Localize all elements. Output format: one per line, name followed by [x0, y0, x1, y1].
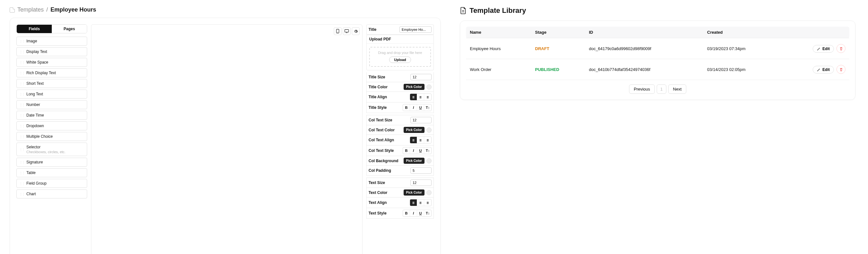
grip-icon: ⋮⋮: [19, 124, 25, 128]
col-text-size-input[interactable]: [410, 117, 432, 123]
text-size-input[interactable]: [410, 180, 432, 186]
cell-stage: PUBLISHED: [531, 59, 585, 80]
field-sidebar: Fields Pages ⋮⋮Image⋮⋮Display Text⋮⋮Whit…: [17, 25, 87, 254]
cell-name: Work Order: [466, 59, 531, 80]
field-signature[interactable]: ⋮⋮Signature: [17, 158, 87, 167]
breadcrumb-current: Employee Hours: [51, 6, 96, 13]
field-rich-display-text[interactable]: ⋮⋮Rich Display Text: [17, 68, 87, 77]
title-color-button[interactable]: Pick Color: [404, 84, 425, 90]
settings-button[interactable]: [352, 27, 360, 35]
field-white-space[interactable]: ⋮⋮White Space: [17, 58, 87, 67]
delete-button[interactable]: [836, 65, 845, 74]
prop-upload-pdf: Upload PDF Drag and drop your file here …: [366, 35, 434, 70]
grip-icon: ⋮⋮: [19, 114, 25, 117]
grip-icon: ⋮⋮: [19, 82, 25, 85]
grip-icon: ⋮⋮: [19, 171, 25, 175]
title-size-input[interactable]: [410, 74, 432, 80]
cell-stage: DRAFT: [531, 38, 585, 59]
title-color-swatch: [427, 84, 432, 89]
text-color-button[interactable]: Pick Color: [404, 189, 425, 195]
table-row: Work OrderPUBLISHEDdoc_6410b774dfaf35424…: [466, 59, 849, 80]
template-builder: Fields Pages ⋮⋮Image⋮⋮Display Text⋮⋮Whit…: [10, 17, 441, 254]
text-style-group[interactable]: BIUT↕: [403, 210, 432, 217]
library-card: NameStageIDCreated Employee HoursDRAFTdo…: [460, 21, 856, 100]
mobile-view-button[interactable]: [334, 27, 342, 35]
grip-icon: ⋮⋮: [19, 135, 25, 138]
grip-icon: ⋮⋮: [19, 93, 25, 96]
cell-id: doc_6410b774dfaf35424974036f: [585, 59, 703, 80]
text-color-swatch: [427, 190, 432, 195]
title-input[interactable]: [399, 26, 432, 33]
field-image[interactable]: ⋮⋮Image: [17, 37, 87, 46]
col-id: ID: [585, 27, 703, 38]
prop-title: Title: [366, 25, 434, 35]
col-name: Name: [466, 27, 531, 38]
edit-button[interactable]: Edit: [813, 45, 834, 53]
edit-button[interactable]: Edit: [813, 66, 834, 74]
field-multiple-choice[interactable]: ⋮⋮Multiple Choice: [17, 132, 87, 141]
desktop-view-button[interactable]: [343, 27, 350, 35]
canvas[interactable]: [91, 25, 363, 254]
grip-icon: ⋮⋮: [19, 61, 25, 64]
sidebar-tabs: Fields Pages: [17, 25, 87, 33]
cell-created: 03/14/2023 02:05pm: [703, 59, 781, 80]
grip-icon: ⋮⋮: [19, 182, 25, 185]
page-number: 1: [657, 84, 666, 94]
col-text-align-group[interactable]: ≡≡≡: [410, 137, 432, 144]
col-text-style-group[interactable]: BIUT↕: [403, 147, 432, 154]
grip-icon: ⋮⋮: [19, 192, 25, 196]
field-selector[interactable]: ⋮⋮SelectorCheckboxes, circles, etc.: [17, 143, 87, 156]
cell-name: Employee Hours: [466, 38, 531, 59]
grip-icon: ⋮⋮: [19, 50, 25, 53]
col-text-color-swatch: [427, 128, 432, 133]
grip-icon: ⋮⋮: [19, 160, 25, 164]
field-chart[interactable]: ⋮⋮Chart: [17, 189, 87, 198]
grip-icon: ⋮⋮: [19, 103, 25, 107]
col-actions: [781, 27, 849, 38]
breadcrumb: Templates / Employee Hours: [10, 6, 441, 13]
upload-dropzone[interactable]: Drag and drop your file here Upload: [369, 47, 431, 67]
field-display-text[interactable]: ⋮⋮Display Text: [17, 47, 87, 56]
document-icon: [10, 7, 15, 12]
col-bg-button[interactable]: Pick Color: [404, 158, 425, 164]
next-button[interactable]: Next: [668, 84, 687, 94]
field-dropdown[interactable]: ⋮⋮Dropdown: [17, 121, 87, 131]
svg-point-1: [337, 32, 338, 33]
breadcrumb-sep: /: [46, 6, 48, 13]
col-created: Created: [703, 27, 781, 38]
tab-pages[interactable]: Pages: [52, 25, 87, 33]
col-bg-swatch: [427, 158, 432, 164]
title-style-group[interactable]: BIUT↕: [403, 104, 432, 111]
title-align-group[interactable]: ≡≡≡: [410, 94, 432, 101]
grip-icon: ⋮⋮: [19, 148, 25, 151]
tab-fields[interactable]: Fields: [17, 25, 52, 33]
cell-created: 03/19/2023 07:34pm: [703, 38, 781, 59]
properties-panel: Title Upload PDF Drag and drop your file…: [366, 25, 434, 254]
col-padding-input[interactable]: [410, 167, 432, 174]
text-align-group[interactable]: ≡≡≡: [410, 199, 432, 206]
svg-rect-2: [345, 30, 349, 32]
breadcrumb-root[interactable]: Templates: [18, 6, 44, 13]
library-title: Template Library: [460, 6, 856, 15]
previous-button[interactable]: Previous: [629, 84, 655, 94]
pager: Previous 1 Next: [466, 84, 849, 94]
field-number[interactable]: ⋮⋮Number: [17, 100, 87, 109]
cell-id: doc_64179c0a6d99602d98f9009f: [585, 38, 703, 59]
col-text-color-button[interactable]: Pick Color: [404, 127, 425, 133]
field-long-text[interactable]: ⋮⋮Long Text: [17, 89, 87, 99]
grip-icon: ⋮⋮: [19, 39, 25, 43]
library-table: NameStageIDCreated Employee HoursDRAFTdo…: [466, 27, 849, 80]
delete-button[interactable]: [836, 44, 845, 53]
field-date-time[interactable]: ⋮⋮Date Time: [17, 111, 87, 120]
upload-button[interactable]: Upload: [389, 57, 411, 63]
field-short-text[interactable]: ⋮⋮Short Text: [17, 79, 87, 88]
col-stage: Stage: [531, 27, 585, 38]
field-table[interactable]: ⋮⋮Table: [17, 168, 87, 177]
table-row: Employee HoursDRAFTdoc_64179c0a6d99602d9…: [466, 38, 849, 59]
field-field-group[interactable]: ⋮⋮Field Group: [17, 179, 87, 188]
grip-icon: ⋮⋮: [19, 71, 25, 75]
